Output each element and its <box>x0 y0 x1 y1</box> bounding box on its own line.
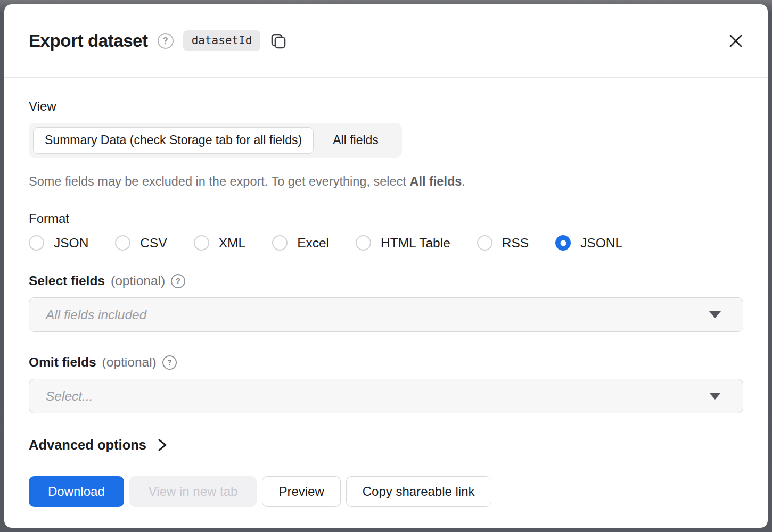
dataset-id-badge: datasetId <box>183 30 261 51</box>
radio-label: JSONL <box>580 236 622 251</box>
chevron-right-icon <box>157 438 168 452</box>
radio-label: RSS <box>502 236 529 251</box>
format-option-rss[interactable]: RSS <box>477 235 529 251</box>
format-radio-group: JSON CSV XML Excel HTML Table <box>29 235 743 251</box>
omit-fields-dropdown[interactable]: Select... <box>29 379 743 413</box>
modal-body: View Summary Data (check Storage tab for… <box>4 78 768 528</box>
radio-icon <box>194 235 209 251</box>
format-option-jsonl[interactable]: JSONL <box>555 235 622 251</box>
radio-icon <box>115 235 130 251</box>
actions-row: Download View in new tab Preview Copy sh… <box>29 476 743 507</box>
copy-shareable-link-button[interactable]: Copy shareable link <box>346 476 491 507</box>
format-option-csv[interactable]: CSV <box>115 235 167 251</box>
view-label: View <box>29 99 743 114</box>
format-section: Format JSON CSV XML Excel <box>29 211 743 251</box>
export-dataset-modal: Export dataset ? datasetId View S <box>4 4 768 528</box>
download-button[interactable]: Download <box>29 476 124 507</box>
helper-text-suffix: . <box>462 174 465 188</box>
omit-fields-placeholder: Select... <box>46 389 709 404</box>
radio-label: XML <box>219 236 245 251</box>
radio-label: JSON <box>54 236 88 251</box>
copy-dataset-id-button[interactable] <box>270 32 287 49</box>
select-fields-optional: (optional) <box>111 273 165 288</box>
caret-down-icon <box>709 311 721 318</box>
advanced-options-label: Advanced options <box>29 437 146 453</box>
radio-icon <box>477 235 492 251</box>
help-icon[interactable]: ? <box>162 355 177 370</box>
view-in-new-tab-button[interactable]: View in new tab <box>129 476 257 507</box>
radio-label: Excel <box>297 236 329 251</box>
radio-icon <box>356 235 371 251</box>
close-button[interactable] <box>728 34 743 48</box>
format-option-excel[interactable]: Excel <box>272 235 329 251</box>
omit-fields-label-row: Omit fields (optional) ? <box>29 355 743 370</box>
format-option-html-table[interactable]: HTML Table <box>356 235 450 251</box>
close-icon <box>728 34 743 48</box>
omit-fields-label: Omit fields <box>29 355 96 370</box>
help-icon[interactable]: ? <box>158 33 174 49</box>
format-label: Format <box>29 211 743 226</box>
radio-label: CSV <box>140 236 167 251</box>
radio-label: HTML Table <box>381 236 450 251</box>
select-fields-label: Select fields <box>29 273 105 288</box>
helper-text-bold: All fields <box>409 174 462 188</box>
helper-text-prefix: Some fields may be excluded in the expor… <box>29 174 409 188</box>
preview-button[interactable]: Preview <box>262 476 340 507</box>
view-helper-text: Some fields may be excluded in the expor… <box>29 174 743 189</box>
copy-icon <box>270 32 287 49</box>
radio-icon <box>29 235 44 251</box>
radio-icon <box>272 235 288 251</box>
format-option-xml[interactable]: XML <box>194 235 245 251</box>
select-fields-placeholder: All fields included <box>46 307 709 322</box>
select-fields-label-row: Select fields (optional) ? <box>29 273 743 288</box>
advanced-options-toggle[interactable]: Advanced options <box>29 437 168 453</box>
view-segmented-control: Summary Data (check Storage tab for all … <box>29 123 402 158</box>
modal-title: Export dataset <box>29 31 148 51</box>
help-icon[interactable]: ? <box>171 274 185 288</box>
select-fields-dropdown[interactable]: All fields included <box>29 297 743 332</box>
view-option-summary-data[interactable]: Summary Data (check Storage tab for all … <box>33 127 314 154</box>
modal-header: Export dataset ? datasetId <box>4 4 768 78</box>
view-option-all-fields[interactable]: All fields <box>314 127 398 154</box>
caret-down-icon <box>709 393 721 400</box>
format-option-json[interactable]: JSON <box>29 235 88 251</box>
radio-checked-icon <box>555 235 571 251</box>
omit-fields-optional: (optional) <box>102 355 157 370</box>
